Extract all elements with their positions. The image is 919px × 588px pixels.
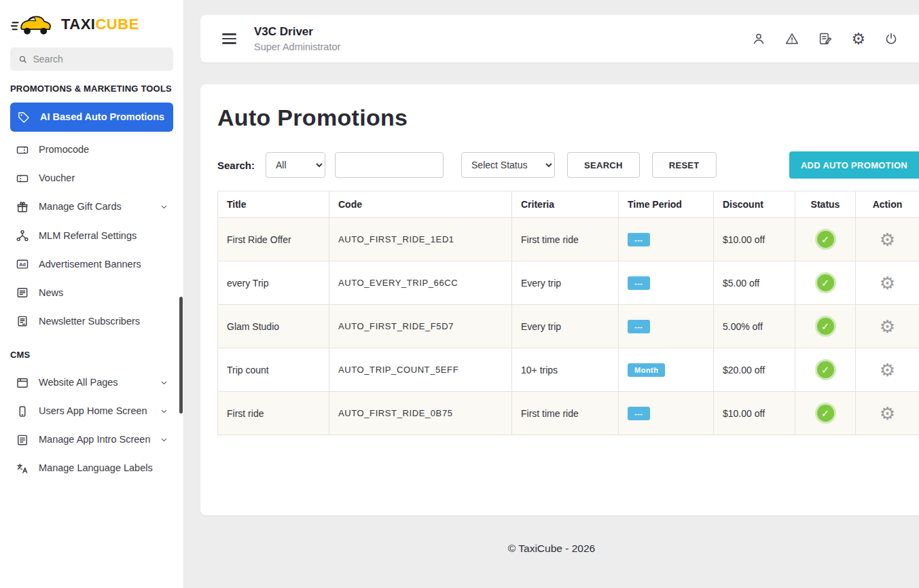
sidebar-item-ad-banners[interactable]: Ad Advertisement Banners: [10, 251, 173, 278]
cell-title: First Ride Offer: [218, 218, 329, 261]
topbar-icons: ⚙: [751, 31, 903, 47]
cell-discount: 5.00% off: [714, 305, 795, 348]
time-period-badge: ---: [628, 407, 650, 420]
sidebar-item-promocode[interactable]: Promocode: [10, 136, 173, 164]
cell-criteria: First time ride: [512, 218, 619, 261]
footer-copyright: © TaxiCube - 2026: [200, 543, 919, 555]
status-select[interactable]: Select Status: [461, 152, 555, 178]
network-icon: [16, 229, 29, 242]
status-active-icon[interactable]: ✓: [815, 272, 836, 293]
sidebar-item-users-app-home[interactable]: Users App Home Screen: [10, 397, 173, 425]
search-input[interactable]: [33, 54, 166, 65]
status-active-icon[interactable]: ✓: [815, 359, 836, 380]
cell-code: AUTO_FIRST_RIDE_1ED1: [329, 218, 512, 261]
cell-title: First ride: [218, 392, 329, 435]
brand-logo[interactable]: TAXICUBE: [10, 8, 173, 48]
col-criteria: Criteria: [512, 191, 619, 218]
cell-code: AUTO_FIRST_RIDE_F5D7: [329, 305, 512, 348]
add-auto-promotion-button[interactable]: ADD AUTO PROMOTION: [789, 151, 919, 179]
filter-bar: Search: All Select Status SEARCH RESET A…: [217, 151, 919, 179]
time-period-badge: ---: [628, 320, 650, 333]
reset-button[interactable]: RESET: [652, 152, 717, 178]
row-settings-gear-icon[interactable]: ⚙: [880, 316, 895, 337]
sidebar-item-label: Voucher: [39, 171, 75, 185]
sidebar-item-label: Newsletter Subscribers: [39, 314, 140, 329]
cell-title: every Trip: [218, 261, 329, 305]
brand-name: TAXICUBE: [61, 16, 139, 33]
search-term-input[interactable]: [335, 152, 444, 178]
brand-name-secondary: CUBE: [95, 16, 139, 33]
sidebar-item-ai-auto-promotions[interactable]: AI Based Auto Promotions: [10, 103, 173, 132]
table-row: First Ride Offer AUTO_FIRST_RIDE_1ED1 Fi…: [218, 218, 919, 261]
ad-banner-icon: Ad: [16, 257, 29, 271]
sidebar-item-label: Promocode: [39, 143, 89, 157]
search-icon: [18, 54, 28, 65]
cell-code: AUTO_EVERY_TRIP_66CC: [329, 261, 512, 305]
status-active-icon[interactable]: ✓: [815, 316, 836, 337]
sidebar-item-gift-cards[interactable]: Manage Gift Cards: [10, 193, 173, 221]
search-filter-label: Search:: [217, 160, 255, 171]
sidebar-item-app-intro[interactable]: Manage App Intro Screen: [10, 426, 173, 454]
cell-time-period: Month: [619, 348, 714, 392]
cell-criteria: 10+ trips: [512, 348, 619, 392]
table-header-row: Title Code Criteria Time Period Discount…: [218, 191, 919, 218]
sidebar: TAXICUBE PROMOTIONS & MARKETING TOOLS AI…: [0, 0, 184, 588]
search-button[interactable]: SEARCH: [567, 152, 640, 178]
sidebar-item-label: News: [39, 286, 63, 300]
col-code: Code: [329, 191, 512, 218]
sidebar-item-website-pages[interactable]: Website All Pages: [10, 369, 173, 397]
cell-time-period: ---: [619, 305, 714, 348]
row-settings-gear-icon[interactable]: ⚙: [880, 273, 895, 293]
smartphone-icon: [16, 405, 29, 418]
topbar-subtitle: Super Administrator: [254, 41, 340, 52]
power-icon[interactable]: [884, 31, 899, 46]
chevron-down-icon: [160, 379, 168, 386]
status-active-icon[interactable]: ✓: [815, 229, 836, 250]
tag-icon: [17, 111, 31, 124]
sidebar-scrollbar[interactable]: [179, 297, 183, 414]
status-active-icon[interactable]: ✓: [815, 403, 836, 424]
topbar-user-block: V3C Driver Super Administrator: [254, 25, 340, 52]
cell-action: ⚙: [856, 392, 919, 435]
cell-action: ⚙: [856, 261, 919, 305]
time-period-badge: Month: [628, 363, 665, 377]
search-field-select[interactable]: All: [266, 152, 325, 178]
alert-icon[interactable]: [785, 31, 799, 46]
cell-action: ⚙: [856, 348, 919, 392]
cell-status: ✓: [795, 392, 856, 435]
sidebar-item-voucher[interactable]: Voucher: [10, 164, 173, 192]
content-panel: Auto Promotions Search: All Select Statu…: [200, 84, 919, 515]
sidebar-search[interactable]: [10, 48, 173, 71]
sidebar-item-news[interactable]: News: [10, 279, 173, 307]
row-settings-gear-icon[interactable]: ⚙: [880, 360, 895, 380]
time-period-badge: ---: [628, 233, 650, 246]
sidebar-item-label: Manage App Intro Screen: [39, 433, 150, 447]
col-discount: Discount: [714, 191, 795, 218]
sidebar-item-mlm-referral[interactable]: MLM Referral Settings: [10, 222, 173, 250]
cell-discount: $5.00 off: [714, 261, 795, 305]
col-status: Status: [795, 191, 856, 218]
chevron-down-icon: [160, 436, 168, 443]
form-edit-icon[interactable]: [818, 31, 833, 46]
taxi-car-icon: [10, 10, 56, 39]
topbar-title: V3C Driver: [254, 25, 340, 39]
col-time-period: Time Period: [619, 191, 714, 218]
cell-action: ⚙: [856, 218, 919, 261]
settings-gear-icon[interactable]: ⚙: [851, 31, 865, 47]
menu-icon[interactable]: [222, 33, 236, 43]
sidebar-item-newsletter[interactable]: Newsletter Subscribers: [10, 308, 173, 335]
user-icon[interactable]: [751, 31, 766, 46]
table-row: First ride AUTO_FIRST_RIDE_0B75 First ti…: [218, 392, 919, 435]
sidebar-item-language-labels[interactable]: Manage Language Labels: [10, 454, 173, 482]
cell-discount: $20.00 off: [714, 348, 795, 392]
table-row: Glam Studio AUTO_FIRST_RIDE_F5D7 Every t…: [218, 305, 919, 348]
browser-window-icon: [16, 376, 29, 390]
cell-action: ⚙: [856, 305, 919, 348]
svg-text:Ad: Ad: [19, 262, 25, 268]
topbar: V3C Driver Super Administrator ⚙: [200, 15, 919, 62]
row-settings-gear-icon[interactable]: ⚙: [880, 403, 895, 424]
row-settings-gear-icon[interactable]: ⚙: [880, 229, 895, 250]
table-row: every Trip AUTO_EVERY_TRIP_66CC Every tr…: [218, 261, 919, 305]
sidebar-item-label: Manage Language Labels: [39, 461, 153, 475]
page-title: Auto Promotions: [217, 105, 919, 131]
